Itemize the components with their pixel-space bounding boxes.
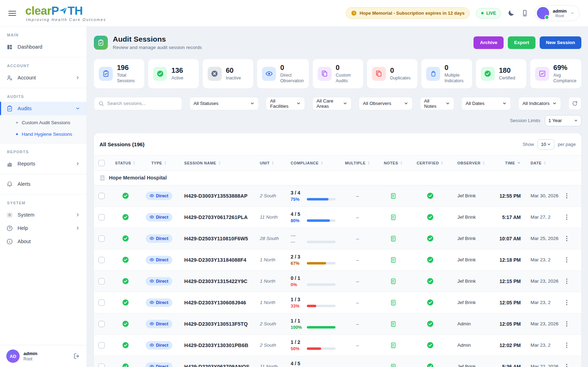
sidebar-item-account[interactable]: Account [0, 71, 87, 84]
multiple-value: – [356, 236, 359, 241]
filter-select-all-observers[interactable]: All Observers [359, 97, 413, 110]
eye-icon [150, 279, 154, 283]
column-header-certified[interactable]: CERTIFIED [417, 161, 443, 165]
select-all-checkbox[interactable] [98, 160, 105, 166]
row-menu-button[interactable]: ⋮ [564, 342, 570, 348]
row-checkbox[interactable] [98, 321, 105, 327]
row-menu-button[interactable]: ⋮ [564, 214, 570, 220]
observer: Admin [451, 343, 490, 348]
page-size-select[interactable]: 10 [538, 139, 554, 150]
sessions-table-card: All Sessions (196) Show 10 per page STAT… [94, 133, 581, 367]
user-menu[interactable]: admin Root [535, 5, 580, 21]
filter-select-all-dates[interactable]: All Dates [461, 97, 511, 110]
row-checkbox[interactable] [98, 342, 105, 348]
row-menu-button[interactable]: ⋮ [564, 257, 570, 263]
column-header-multiple[interactable]: MULTIPLE [345, 161, 370, 165]
filter-select-all-facilities[interactable]: All Facilities [266, 97, 305, 110]
refresh-button[interactable] [568, 97, 581, 110]
sidebar-item-system[interactable]: System [0, 208, 87, 221]
notes-icon[interactable] [390, 342, 397, 349]
row-menu-button[interactable]: ⋮ [564, 278, 570, 284]
column-header-date[interactable]: DATE [523, 161, 563, 165]
column-header-compliance[interactable]: COMPLIANCE [285, 161, 338, 165]
filter-select-all-notes[interactable]: All Notes [420, 97, 454, 110]
notes-icon[interactable] [390, 192, 397, 199]
row-menu-button[interactable]: ⋮ [564, 299, 570, 305]
column-header-unit[interactable]: UNIT [257, 161, 285, 165]
stat-card-certified: 180 Certified [476, 59, 526, 89]
page-subtitle: Review and manage audit session records [113, 45, 202, 50]
subscription-warning-text: Hope Memorial - Subscription expires in … [360, 10, 465, 16]
row-checkbox[interactable] [98, 193, 105, 199]
column-header-type[interactable]: TYPE [151, 161, 167, 165]
notes-icon[interactable] [390, 299, 397, 306]
column-header-time[interactable]: TIME [505, 161, 523, 165]
dashboard-grid-icon [6, 44, 13, 50]
row-menu-button[interactable]: ⋮ [564, 364, 570, 367]
column-header-status[interactable]: STATUS [115, 161, 136, 165]
row-menu-button[interactable]: ⋮ [564, 193, 570, 199]
multiple-value: – [356, 257, 359, 263]
notes-icon[interactable] [390, 320, 397, 327]
sidebar-item-alerts[interactable]: Alerts [0, 177, 87, 191]
column-header-notes[interactable]: NOTES [384, 161, 403, 165]
multiple-value: – [356, 321, 359, 327]
row-checkbox[interactable] [98, 235, 105, 242]
sidebar-label: Reports [18, 161, 35, 167]
column-label: DATE [531, 161, 542, 165]
stat-label: Avg Compliance [553, 72, 576, 84]
stat-value: 0 [280, 64, 304, 71]
filter-value: All Indicators [523, 101, 549, 106]
type-badge: Direct [146, 213, 172, 221]
logo-tagline: Improving Health Care Outcomes [26, 17, 106, 22]
row-checkbox[interactable] [98, 364, 105, 367]
filter-select-all-statuses[interactable]: All Statuses [189, 97, 259, 110]
sidebar-item-help[interactable]: Help [0, 221, 87, 235]
mobile-view-button[interactable] [521, 9, 528, 17]
dark-mode-toggle[interactable] [507, 9, 515, 17]
column-label: CERTIFIED [417, 161, 439, 165]
notes-icon[interactable] [390, 214, 397, 221]
row-menu-button[interactable]: ⋮ [564, 235, 570, 241]
compliance-cell: 1 / 3 33% [285, 297, 338, 309]
help-icon [6, 225, 13, 232]
column-header-session-name[interactable]: SESSION NAME [177, 161, 257, 165]
sidebar-item-reports[interactable]: Reports [0, 157, 87, 170]
session-limits-label: Session Limits [510, 118, 540, 123]
multiple-value: – [356, 214, 359, 220]
filter-select-all-indicators[interactable]: All Indicators [518, 97, 561, 110]
row-checkbox[interactable] [98, 278, 105, 284]
filter-value: All Notes [424, 98, 443, 109]
row-checkbox[interactable] [98, 257, 105, 263]
notes-icon[interactable] [390, 256, 397, 263]
archive-button[interactable]: Archive [473, 36, 504, 49]
notes-icon[interactable] [390, 235, 397, 242]
sidebar-item-dashboard[interactable]: Dashboard [0, 40, 87, 54]
observer: Admin [451, 321, 490, 326]
row-checkbox[interactable] [98, 299, 105, 306]
session-name: H429-D3003Y13553888AP [177, 193, 257, 199]
logout-button[interactable] [73, 353, 80, 360]
sidebar-item-about[interactable]: About [0, 235, 87, 248]
row-checkbox[interactable] [98, 214, 105, 220]
search-input[interactable] [107, 101, 178, 106]
stat-card-avg-compliance: 69% Avg Compliance [530, 59, 581, 89]
notes-icon[interactable] [390, 363, 397, 367]
subscription-warning-banner[interactable]: Hope Memorial - Subscription expires in … [346, 7, 470, 19]
sidebar-item-audits[interactable]: Audits [0, 102, 87, 115]
row-menu-button[interactable]: ⋮ [564, 321, 570, 327]
session-limits-select[interactable]: 1 Year [545, 115, 581, 126]
notes-icon[interactable] [390, 278, 397, 285]
export-button[interactable]: Export [508, 36, 535, 49]
menu-toggle-button[interactable] [8, 11, 16, 16]
sidebar-item-custom-audit-sessions[interactable]: Custom Audit Sessions [0, 117, 87, 128]
sidebar-item-hand-hygiene-sessions[interactable]: Hand Hygiene Sessions [0, 128, 87, 140]
chevron-down-icon [404, 101, 408, 106]
eye-icon [262, 67, 276, 81]
filter-select-all-care-areas[interactable]: All Care Areas [312, 97, 352, 110]
new-session-button[interactable]: New Session [540, 36, 581, 49]
type-badge: Direct [146, 298, 172, 307]
column-header-observer[interactable]: OBSERVER [451, 161, 490, 165]
table-row: Direct H429-D3003Y13553888AP 2 South 3 /… [94, 185, 581, 207]
column-label: STATUS [115, 161, 131, 165]
